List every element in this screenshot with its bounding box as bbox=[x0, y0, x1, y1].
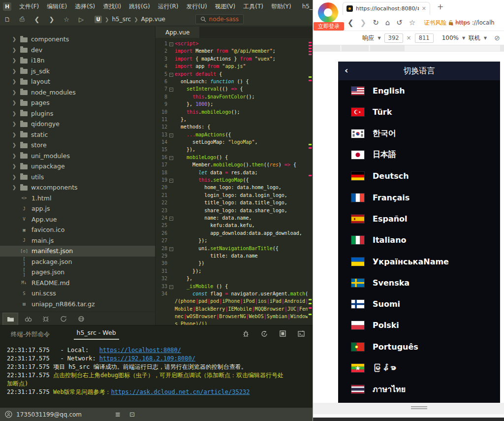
tree-folder-unpackage[interactable]: ❯unpackage bbox=[0, 161, 155, 172]
menu-item[interactable]: 工具(T) bbox=[239, 2, 267, 11]
breadcrumb-file[interactable]: App.vue bbox=[141, 16, 165, 23]
tree-file-uni.scss[interactable]: Suni.scss bbox=[0, 288, 155, 299]
new-file-icon[interactable]: 🗋 bbox=[0, 16, 15, 23]
log-link[interactable]: https://ask.dcloud.net.cn/article/35232 bbox=[111, 389, 250, 395]
back-icon[interactable]: ❮ bbox=[30, 16, 44, 23]
language-row-it[interactable]: Italiano bbox=[338, 229, 500, 251]
language-row-pl[interactable]: Polski bbox=[338, 315, 500, 336]
tree-folder-pages[interactable]: ❯pages bbox=[0, 97, 155, 108]
fold-toggle-icon[interactable]: - bbox=[169, 73, 173, 77]
language-row-fi[interactable]: Suomi bbox=[338, 293, 500, 315]
forward-icon[interactable]: ❯ bbox=[44, 16, 59, 23]
log-link[interactable]: https://localhost:8080/ bbox=[99, 347, 181, 354]
code-area[interactable]: 1-<script>2import Member from "@/api/mem… bbox=[156, 38, 308, 325]
account-email[interactable]: 1735031199@qq.com bbox=[16, 411, 82, 418]
console-tab-h5src-web[interactable]: h5_src - Web bbox=[74, 329, 119, 340]
menu-item[interactable]: 运行(R) bbox=[154, 2, 183, 11]
language-row-se[interactable]: Svenska bbox=[338, 272, 500, 293]
tree-file-README.md[interactable]: M↓README.md bbox=[0, 278, 155, 289]
tree-file-favicon.ico[interactable]: ▣favicon.ico bbox=[0, 225, 155, 235]
back-button[interactable]: ‹ bbox=[345, 65, 348, 76]
tab-close-icon[interactable]: ✕ bbox=[422, 5, 426, 12]
browser-back-icon[interactable]: ❮ bbox=[347, 18, 354, 27]
browser-logo-icon[interactable] bbox=[318, 2, 338, 23]
language-row-tr[interactable]: Türk bbox=[338, 101, 500, 123]
tree-file-app.js[interactable]: Japp.js bbox=[0, 203, 155, 214]
menu-item[interactable]: 发行(U) bbox=[182, 2, 211, 11]
menu-item[interactable]: 跳转(G) bbox=[125, 2, 154, 11]
browser-forward-icon[interactable]: ❯ bbox=[360, 18, 367, 27]
fold-toggle-icon[interactable]: - bbox=[169, 247, 173, 251]
menu-item[interactable]: 选择(S) bbox=[71, 2, 99, 11]
menu-item[interactable]: 编辑(E) bbox=[43, 2, 71, 11]
tree-file-pages.json[interactable]: [ ]pages.json bbox=[0, 267, 155, 278]
stop-icon[interactable] bbox=[280, 330, 286, 337]
save-icon[interactable]: ⎙ bbox=[15, 15, 30, 23]
language-row-jp[interactable]: 日本語 bbox=[338, 144, 500, 165]
breadcrumb-project[interactable]: h5_src bbox=[112, 16, 131, 23]
editor-tab-appvue[interactable]: App.vue bbox=[156, 27, 199, 38]
menu-item[interactable]: 文件(F) bbox=[15, 2, 43, 11]
tree-folder-plugins[interactable]: ❯plugins bbox=[0, 108, 155, 119]
language-row-es[interactable]: Español bbox=[338, 208, 500, 229]
address-bar[interactable]: 证书风险 https://localh bbox=[424, 19, 494, 27]
zoom-select[interactable]: 100% bbox=[442, 34, 459, 41]
tree-folder-node_modules[interactable]: ❯node_modules bbox=[0, 87, 155, 98]
language-row-ua[interactable]: УкраїнськаName bbox=[338, 251, 500, 272]
login-now-button[interactable]: 立即登录 bbox=[314, 22, 344, 31]
language-row-mm[interactable]: မြန်မာ bbox=[338, 357, 500, 379]
log-link[interactable]: https://192.168.2.109:8080/ bbox=[99, 355, 195, 362]
explorer-web-tab[interactable] bbox=[73, 313, 89, 325]
debug-icon[interactable] bbox=[243, 330, 249, 337]
tree-folder-static[interactable]: ❯static bbox=[0, 130, 155, 140]
browser-undo-icon[interactable]: ↺ bbox=[396, 18, 403, 27]
fold-toggle-icon[interactable]: - bbox=[169, 285, 173, 289]
tree-file-package.json[interactable]: [ ]package.json bbox=[0, 257, 155, 267]
outline-icon[interactable]: ≣ bbox=[115, 411, 121, 418]
menu-item[interactable]: 视图(V) bbox=[211, 2, 240, 11]
network-throttle-select[interactable]: 联机 bbox=[469, 34, 480, 42]
fold-toggle-icon[interactable]: - bbox=[169, 88, 173, 92]
fold-toggle-icon[interactable]: - bbox=[169, 156, 173, 160]
open-terminal-icon[interactable] bbox=[298, 330, 305, 337]
run-icon[interactable]: ▷ bbox=[74, 16, 89, 23]
tree-folder-uni_modules[interactable]: ❯uni_modules bbox=[0, 151, 155, 162]
fold-toggle-icon[interactable]: - bbox=[169, 217, 173, 221]
account-icon[interactable] bbox=[5, 411, 12, 418]
explorer-debug-tab[interactable] bbox=[38, 313, 54, 325]
tree-folder-qidongye[interactable]: ❯qidongye bbox=[0, 119, 155, 130]
explorer-sync-tab[interactable] bbox=[56, 313, 71, 325]
explorer-search-tab[interactable] bbox=[20, 313, 36, 325]
language-row-us[interactable]: English bbox=[338, 80, 500, 101]
resize-handle[interactable] bbox=[411, 406, 427, 407]
restart-icon[interactable] bbox=[261, 330, 268, 337]
menu-item[interactable]: 查找(I) bbox=[99, 2, 125, 11]
browser-tab[interactable]: https://localhost:8080/#/pa ✕ bbox=[343, 2, 430, 15]
viewport-height-input[interactable]: 811 bbox=[415, 33, 434, 43]
language-row-de[interactable]: Deutsch bbox=[338, 165, 500, 187]
tree-folder-dev[interactable]: ❯dev bbox=[0, 45, 155, 56]
explorer-files-tab[interactable] bbox=[2, 313, 18, 325]
fold-toggle-icon[interactable]: - bbox=[169, 179, 173, 183]
tree-file-App.vue[interactable]: VApp.vue bbox=[0, 214, 155, 225]
fold-toggle-icon[interactable]: - bbox=[169, 42, 173, 46]
tree-folder-wxcomponents[interactable]: ❯wxcomponents bbox=[0, 182, 155, 193]
console-tab-terminal[interactable]: 终端-外部命令 bbox=[11, 330, 50, 339]
tree-folder-i18n[interactable]: ❯i18n bbox=[0, 55, 155, 66]
tree-folder-components[interactable]: ❯components bbox=[0, 34, 155, 45]
language-row-kr[interactable]: 한국어 bbox=[338, 123, 500, 144]
language-row-pt[interactable]: Português bbox=[338, 336, 500, 357]
tree-file-main.js[interactable]: Jmain.js bbox=[0, 235, 155, 246]
tree-folder-js_sdk[interactable]: ❯js_sdk bbox=[0, 66, 155, 77]
tree-folder-store[interactable]: ❯store bbox=[0, 140, 155, 151]
star-icon[interactable]: ☆ bbox=[59, 16, 74, 23]
plugin-search-box[interactable]: node-sass bbox=[195, 14, 244, 24]
overview-ruler[interactable] bbox=[308, 38, 313, 325]
tree-folder-utils[interactable]: ❯utils bbox=[0, 172, 155, 183]
console-toggle-icon[interactable]: ⊡ bbox=[129, 411, 135, 418]
no-throttling-icon[interactable]: ⊘ bbox=[494, 34, 500, 42]
browser-refresh-icon[interactable]: ↻ bbox=[373, 18, 379, 27]
device-mode-select[interactable]: 响应 bbox=[362, 34, 374, 42]
viewport-width-input[interactable]: 392 bbox=[384, 33, 403, 43]
tree-folder-layout[interactable]: ❯layout bbox=[0, 76, 155, 87]
